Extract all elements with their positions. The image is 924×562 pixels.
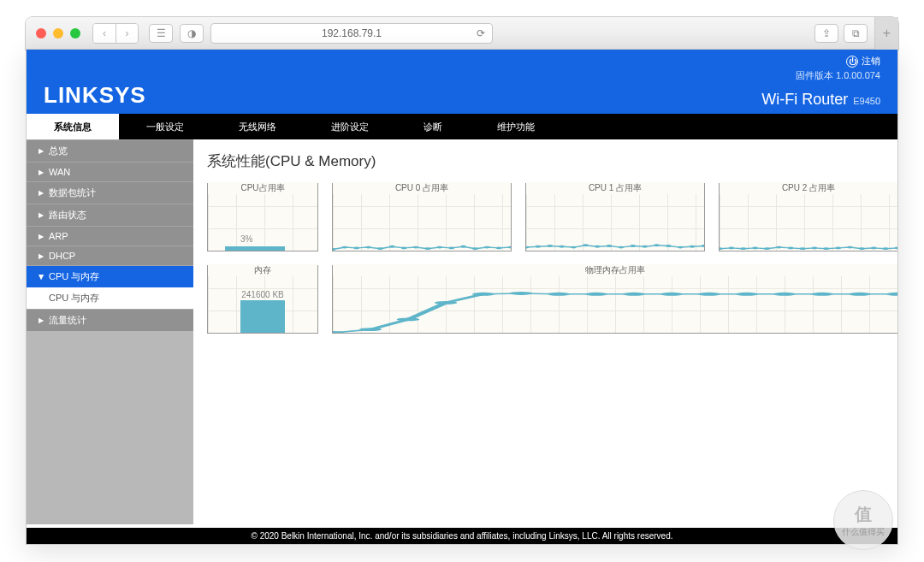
new-tab-button[interactable]: + [874, 17, 898, 50]
url-text: 192.168.79.1 [322, 27, 382, 39]
chevron-right-icon: ▶ [38, 316, 44, 324]
share-button[interactable]: ⇪ [814, 24, 838, 43]
watermark: 值 什么值得买 [833, 490, 893, 550]
chart-cpu2: CPU 2 占用率 [719, 183, 897, 251]
svg-point-14 [496, 246, 501, 249]
sidebar: ▶总览▶WAN▶数据包统计▶路由状态▶ARP▶DHCP▶CPU 与内存CPU 与… [27, 139, 193, 524]
svg-point-58 [698, 293, 720, 296]
sidebar-item-4[interactable]: ▶ARP [27, 226, 193, 246]
sidebar-item-1[interactable]: ▶WAN [27, 162, 193, 181]
svg-point-55 [585, 293, 607, 296]
chevron-right-icon: ▶ [38, 211, 44, 219]
main-tab-3[interactable]: 进阶设定 [304, 114, 396, 139]
svg-point-8 [425, 247, 430, 250]
svg-point-38 [788, 246, 793, 249]
chart-cpu0: CPU 0 占用率 [332, 183, 512, 251]
traffic-lights [36, 28, 80, 38]
svg-point-44 [859, 247, 864, 250]
tabs-button[interactable]: ⧉ [844, 24, 868, 43]
svg-point-40 [812, 246, 817, 249]
svg-point-24 [619, 246, 624, 249]
svg-point-62 [849, 293, 871, 296]
forward-button[interactable]: › [116, 24, 138, 43]
main-tab-2[interactable]: 无线网络 [211, 114, 304, 139]
firmware-version: 固件版本 1.0.00.074 [44, 69, 880, 82]
svg-point-57 [660, 293, 683, 296]
svg-point-1 [342, 246, 347, 249]
back-button[interactable]: ‹ [93, 24, 116, 43]
svg-point-28 [666, 245, 671, 247]
svg-point-49 [359, 328, 382, 331]
svg-point-6 [401, 246, 406, 249]
svg-point-11 [460, 246, 465, 248]
page-title: 系统性能(CPU & Memory) [207, 151, 897, 171]
svg-point-22 [595, 246, 600, 248]
sidebar-item-3[interactable]: ▶路由状态 [27, 204, 193, 226]
svg-point-20 [571, 246, 576, 249]
main-tab-5[interactable]: 维护功能 [470, 114, 562, 139]
chart-memory: 内存 241600 KB [207, 265, 318, 334]
sidebar-item-0[interactable]: ▶总览 [27, 139, 193, 162]
svg-point-12 [472, 247, 477, 250]
chevron-right-icon: ▶ [38, 169, 44, 176]
svg-point-39 [800, 247, 805, 250]
svg-point-21 [583, 244, 588, 246]
nav-button-group: ‹ › [92, 23, 139, 44]
svg-point-50 [397, 317, 419, 321]
svg-point-26 [643, 246, 648, 248]
maximize-window-button[interactable] [70, 28, 80, 38]
svg-point-47 [895, 246, 897, 249]
svg-point-41 [824, 247, 829, 250]
svg-point-51 [435, 301, 457, 305]
svg-point-29 [678, 246, 683, 249]
svg-point-10 [449, 246, 454, 249]
svg-point-5 [389, 246, 394, 248]
logout-label: 注销 [862, 55, 880, 68]
sidebar-toggle-button[interactable]: ☰ [149, 24, 173, 43]
main-tab-4[interactable]: 诊断 [396, 114, 470, 139]
svg-point-4 [377, 247, 382, 250]
chart-physical-memory: 物理内存占用率 [332, 265, 897, 334]
main-tab-0[interactable]: 系统信息 [27, 114, 119, 139]
chevron-right-icon: ▶ [38, 189, 44, 197]
page-content: ⏻ 注销 固件版本 1.0.00.074 LINKSYS Wi-Fi Route… [26, 50, 898, 545]
svg-point-18 [548, 245, 553, 247]
chart-cpu-total: CPU占用率 3% [207, 183, 318, 251]
svg-point-42 [836, 246, 841, 249]
svg-point-13 [484, 246, 489, 249]
sidebar-item-5[interactable]: ▶DHCP [27, 246, 193, 265]
svg-point-37 [776, 246, 781, 249]
svg-point-59 [736, 293, 758, 296]
svg-point-61 [811, 293, 833, 296]
svg-point-43 [847, 246, 852, 249]
svg-point-16 [526, 246, 529, 249]
svg-point-54 [548, 293, 570, 296]
privacy-shield-button[interactable]: ◑ [180, 24, 204, 43]
svg-point-60 [773, 293, 796, 296]
svg-point-19 [559, 246, 564, 248]
sidebar-subitem[interactable]: CPU 与内存 [27, 287, 193, 309]
sidebar-item-6[interactable]: ▶CPU 与内存 [27, 265, 193, 287]
chevron-right-icon: ▶ [38, 275, 45, 280]
svg-point-52 [472, 293, 495, 296]
svg-point-31 [702, 245, 704, 247]
router-title: Wi-Fi Router E9450 [761, 91, 880, 109]
sidebar-item-2[interactable]: ▶数据包统计 [27, 181, 193, 204]
close-window-button[interactable] [36, 28, 46, 38]
svg-point-63 [886, 293, 897, 296]
svg-point-53 [510, 292, 532, 295]
url-bar[interactable]: 192.168.79.1 ⟳ [210, 23, 493, 44]
svg-point-33 [729, 246, 734, 249]
chevron-right-icon: ▶ [38, 233, 44, 240]
header: ⏻ 注销 固件版本 1.0.00.074 LINKSYS Wi-Fi Route… [27, 50, 897, 114]
minimize-window-button[interactable] [53, 28, 63, 38]
footer: © 2020 Belkin International, Inc. and/or… [27, 528, 897, 544]
svg-point-34 [741, 247, 746, 250]
logout-link[interactable]: ⏻ 注销 [846, 55, 880, 68]
svg-point-17 [536, 246, 541, 248]
svg-point-3 [365, 246, 370, 249]
sidebar-item-7[interactable]: ▶流量统计 [27, 309, 193, 331]
chart-cpu1: CPU 1 占用率 [525, 183, 705, 251]
reload-icon[interactable]: ⟳ [477, 27, 485, 39]
main-tab-1[interactable]: 一般设定 [119, 114, 211, 139]
